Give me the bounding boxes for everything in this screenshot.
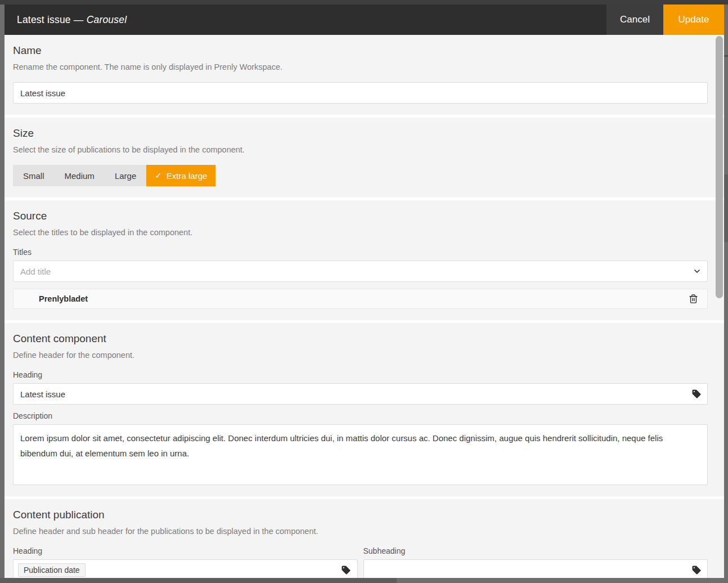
component-heading-input[interactable] [13,383,708,405]
size-option-label: Small [23,171,44,181]
modal-title: Latest issue — Carousel [5,14,127,26]
selected-title-name: Prenlybladet [39,294,687,303]
publication-heading-field[interactable]: Publication date [13,559,358,578]
section-name-heading: Name [13,44,708,57]
chevron-down-icon [693,267,702,276]
delete-title-button[interactable] [687,293,699,305]
section-content-component-heading: Content component [13,333,708,345]
description-label: Description [13,411,708,420]
modal-body: Name Rename the component. The name is o… [5,35,724,578]
tag-icon[interactable] [691,389,702,399]
backdrop-top-strip [0,0,728,5]
component-name-input[interactable] [13,82,708,104]
tag-icon[interactable] [691,565,702,575]
check-icon: ✓ [155,171,162,181]
component-description-textarea[interactable]: Lorem ipsum dolor sit amet, consectetur … [13,424,708,485]
backdrop-right-detail [724,174,728,242]
publication-subheading-column: Subheading [363,546,708,578]
section-content-component: Content component Define header for the … [5,323,724,496]
dimmed-page-background: Latest issue — Carousel Cancel Update Na… [0,0,728,583]
section-content-component-description: Define header for the component. [13,351,708,360]
selected-title-row: Prenlybladet [13,289,708,309]
publication-subheading-label: Subheading [363,546,708,555]
size-option-small[interactable]: Small [13,165,55,186]
section-size-heading: Size [13,127,708,140]
section-source: Source Select the titles to be displayed… [5,200,724,320]
size-option-large[interactable]: Large [105,165,146,186]
publication-heading-column: Heading Publication date [13,546,358,578]
size-option-label: Large [115,171,136,181]
backdrop-right-detail [724,55,728,57]
component-settings-modal: Latest issue — Carousel Cancel Update Na… [5,5,724,578]
heading-label: Heading [13,370,708,379]
field-gap [13,405,708,411]
backdrop-bottom-strip [0,578,397,583]
section-name: Name Rename the component. The name is o… [5,35,724,115]
section-size: Size Select the size of publications to … [5,118,724,198]
titles-label: Titles [13,248,708,257]
section-source-description: Select the titles to be displayed in the… [13,228,708,237]
section-source-heading: Source [13,210,708,222]
modal-title-name: Latest issue — [17,14,87,25]
publication-subheading-input[interactable] [363,559,708,578]
size-option-label: Medium [65,171,95,181]
section-name-description: Rename the component. The name is only d… [13,62,708,71]
publication-heading-label: Heading [13,546,358,555]
publication-heading-columns: Heading Publication date Subheading [13,546,708,578]
publication-subheading-field [363,559,708,578]
section-size-description: Select the size of publications to be di… [13,145,708,154]
section-content-publication: Content publication Define header and su… [5,499,724,578]
modal-header: Latest issue — Carousel Cancel Update [5,5,724,35]
size-segmented-control: Small Medium Large ✓ Extra large [13,165,215,186]
add-title-input[interactable] [13,261,708,282]
header-spacer [127,5,606,35]
publication-date-chip[interactable]: Publication date [18,563,86,577]
modal-title-component-type: Carousel [87,14,127,25]
size-option-medium[interactable]: Medium [55,165,105,186]
update-button[interactable]: Update [663,5,724,35]
add-title-select[interactable] [13,261,708,282]
cancel-button[interactable]: Cancel [606,5,663,35]
section-content-publication-description: Define header and sub header for the pub… [13,527,708,536]
size-option-extra-large[interactable]: ✓ Extra large [146,165,215,186]
component-heading-field [13,383,708,405]
trash-icon [689,294,698,304]
tag-icon[interactable] [341,565,351,575]
modal-scrollbar-thumb[interactable] [716,36,723,298]
section-content-publication-heading: Content publication [13,509,708,521]
size-option-label: Extra large [167,171,208,181]
